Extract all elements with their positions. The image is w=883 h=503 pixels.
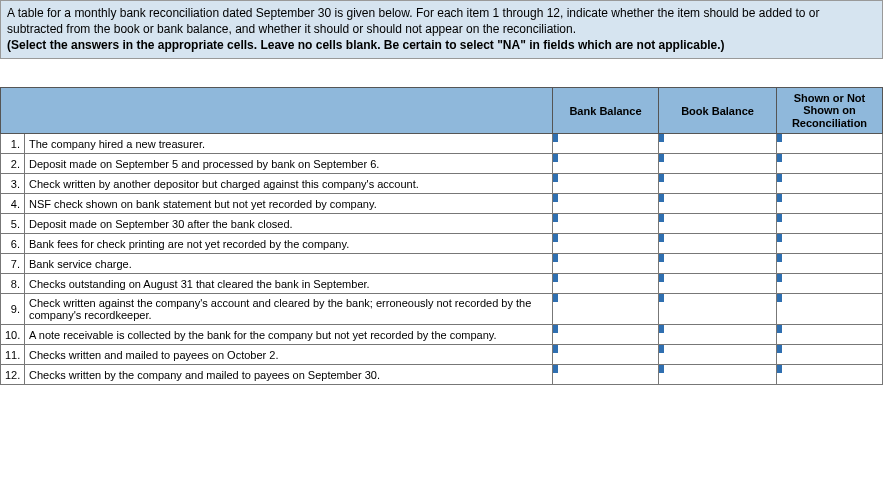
table-row: 6.Bank fees for check printing are not y… <box>1 234 883 254</box>
row-number: 5. <box>1 214 25 234</box>
row-description: Check written against the company's acco… <box>25 294 553 325</box>
instructions-panel: A table for a monthly bank reconciliatio… <box>0 0 883 59</box>
row-description: Bank service charge. <box>25 254 553 274</box>
shown-cell[interactable] <box>777 325 883 345</box>
bank-balance-cell[interactable] <box>553 254 659 274</box>
row-number: 11. <box>1 345 25 365</box>
row-number: 1. <box>1 134 25 154</box>
row-description: Checks written by the company and mailed… <box>25 365 553 385</box>
shown-cell[interactable] <box>777 274 883 294</box>
header-bank-balance: Bank Balance <box>553 87 659 134</box>
row-number: 8. <box>1 274 25 294</box>
row-description: The company hired a new treasurer. <box>25 134 553 154</box>
book-balance-cell[interactable] <box>659 345 777 365</box>
bank-balance-cell[interactable] <box>553 234 659 254</box>
row-description: Deposit made on September 5 and processe… <box>25 154 553 174</box>
table-row: 2.Deposit made on September 5 and proces… <box>1 154 883 174</box>
shown-cell[interactable] <box>777 214 883 234</box>
table-row: 3.Check written by another depositor but… <box>1 174 883 194</box>
bank-balance-cell[interactable] <box>553 365 659 385</box>
header-blank <box>1 87 553 134</box>
bank-balance-cell[interactable] <box>553 274 659 294</box>
bank-balance-cell[interactable] <box>553 214 659 234</box>
table-row: 11.Checks written and mailed to payees o… <box>1 345 883 365</box>
row-number: 4. <box>1 194 25 214</box>
shown-cell[interactable] <box>777 194 883 214</box>
book-balance-cell[interactable] <box>659 365 777 385</box>
row-description: Bank fees for check printing are not yet… <box>25 234 553 254</box>
instructions-bold: (Select the answers in the appropriate c… <box>7 38 725 52</box>
row-description: NSF check shown on bank statement but no… <box>25 194 553 214</box>
instructions-text: A table for a monthly bank reconciliatio… <box>7 6 820 36</box>
row-description: Deposit made on September 30 after the b… <box>25 214 553 234</box>
shown-cell[interactable] <box>777 254 883 274</box>
book-balance-cell[interactable] <box>659 154 777 174</box>
table-row: 4.NSF check shown on bank statement but … <box>1 194 883 214</box>
table-row: 12.Checks written by the company and mai… <box>1 365 883 385</box>
row-number: 9. <box>1 294 25 325</box>
table-row: 7.Bank service charge. <box>1 254 883 274</box>
shown-cell[interactable] <box>777 234 883 254</box>
row-description: Checks outstanding on August 31 that cle… <box>25 274 553 294</box>
book-balance-cell[interactable] <box>659 294 777 325</box>
book-balance-cell[interactable] <box>659 214 777 234</box>
row-number: 2. <box>1 154 25 174</box>
book-balance-cell[interactable] <box>659 274 777 294</box>
shown-cell[interactable] <box>777 154 883 174</box>
shown-cell[interactable] <box>777 134 883 154</box>
bank-balance-cell[interactable] <box>553 345 659 365</box>
bank-balance-cell[interactable] <box>553 134 659 154</box>
book-balance-cell[interactable] <box>659 194 777 214</box>
row-number: 3. <box>1 174 25 194</box>
table-header-row: Bank Balance Book Balance Shown or Not S… <box>1 87 883 134</box>
table-row: 8.Checks outstanding on August 31 that c… <box>1 274 883 294</box>
table-row: 10.A note receivable is collected by the… <box>1 325 883 345</box>
bank-balance-cell[interactable] <box>553 325 659 345</box>
book-balance-cell[interactable] <box>659 234 777 254</box>
table-row: 1.The company hired a new treasurer. <box>1 134 883 154</box>
header-book-balance: Book Balance <box>659 87 777 134</box>
header-shown: Shown or Not Shown on Reconciliation <box>777 87 883 134</box>
shown-cell[interactable] <box>777 345 883 365</box>
shown-cell[interactable] <box>777 294 883 325</box>
row-number: 6. <box>1 234 25 254</box>
bank-balance-cell[interactable] <box>553 294 659 325</box>
table-row: 5.Deposit made on September 30 after the… <box>1 214 883 234</box>
bank-balance-cell[interactable] <box>553 174 659 194</box>
row-description: Checks written and mailed to payees on O… <box>25 345 553 365</box>
row-number: 10. <box>1 325 25 345</box>
table-row: 9.Check written against the company's ac… <box>1 294 883 325</box>
row-number: 7. <box>1 254 25 274</box>
shown-cell[interactable] <box>777 365 883 385</box>
book-balance-cell[interactable] <box>659 134 777 154</box>
shown-cell[interactable] <box>777 174 883 194</box>
book-balance-cell[interactable] <box>659 254 777 274</box>
spacer <box>0 59 883 87</box>
row-description: Check written by another depositor but c… <box>25 174 553 194</box>
reconciliation-table: Bank Balance Book Balance Shown or Not S… <box>0 87 883 386</box>
book-balance-cell[interactable] <box>659 325 777 345</box>
row-number: 12. <box>1 365 25 385</box>
bank-balance-cell[interactable] <box>553 194 659 214</box>
bank-balance-cell[interactable] <box>553 154 659 174</box>
book-balance-cell[interactable] <box>659 174 777 194</box>
row-description: A note receivable is collected by the ba… <box>25 325 553 345</box>
